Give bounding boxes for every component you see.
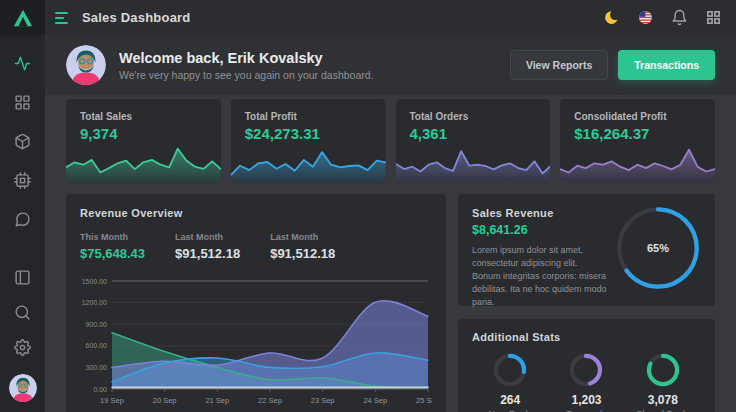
profile-avatar[interactable] (9, 374, 37, 402)
cpu-icon[interactable] (14, 172, 31, 189)
svg-text:20 Sep: 20 Sep (153, 396, 177, 405)
total-profit-sparkline (231, 143, 386, 183)
svg-text:1500.00: 1500.00 (82, 278, 107, 285)
menu-toggle-icon[interactable] (55, 12, 69, 24)
sales-dashboard-app: Sales Dashboard Welcome back, Erik Koval… (0, 0, 736, 412)
proposals-donut-chart (569, 353, 603, 387)
svg-text:0.00: 0.00 (93, 386, 107, 393)
welcome-heading: Welcome back, Erik Kovalsky (119, 50, 374, 66)
settings-gear-icon[interactable] (14, 339, 31, 356)
revenue-overview-title: Revenue Overview (80, 207, 432, 219)
revenue-stats: This Month $75,648.43 Last Month $91,512… (80, 232, 432, 261)
header-icons (603, 9, 722, 26)
main-content: Total Sales 9,374 Total Profit $24,273.3… (45, 95, 736, 412)
box-icon[interactable] (14, 133, 31, 150)
stat-card-label: Total Orders (410, 111, 551, 122)
app-logo[interactable] (0, 0, 45, 35)
svg-text:24 Sep: 24 Sep (363, 396, 387, 405)
panels-row: Revenue Overview This Month $75,648.43 L… (66, 194, 715, 412)
page-title: Sales Dashboard (82, 10, 191, 25)
welcome-text: Welcome back, Erik Kovalsky We're very h… (119, 50, 374, 81)
stat-card-consolidated-profit: Consolidated Profit $16,264.37 (560, 99, 715, 183)
sales-revenue-description: Lorem ipsum dolor sit amet, consectetur … (472, 244, 607, 309)
consolidated-profit-sparkline (560, 143, 715, 183)
stat-cards-row: Total Sales 9,374 Total Profit $24,273.3… (66, 99, 715, 183)
search-icon[interactable] (14, 304, 31, 321)
svg-text:21 Sep: 21 Sep (205, 396, 229, 405)
chat-icon[interactable] (14, 211, 31, 228)
sidebar-nav (14, 55, 31, 228)
total-orders-sparkline (396, 143, 551, 183)
stat-card-total-orders: Total Orders 4,361 (396, 99, 551, 183)
stat-card-value: 4,361 (410, 125, 551, 142)
dark-mode-moon-icon[interactable] (603, 9, 620, 26)
sales-revenue-percent: 65% (615, 205, 701, 291)
activity-icon[interactable] (14, 55, 31, 72)
user-avatar (66, 45, 106, 85)
notifications-bell-icon[interactable] (671, 9, 688, 26)
svg-text:1200.00: 1200.00 (82, 299, 107, 306)
svg-text:300.00: 300.00 (86, 364, 108, 371)
revenue-stat-last-month-2: Last Month $91,512.18 (270, 232, 335, 261)
svg-text:25 Sep: 25 Sep (416, 396, 432, 405)
stat-proposals: 1,203 Proposals (551, 353, 621, 412)
stat-card-value: $24,273.31 (245, 125, 386, 142)
sales-revenue-value: $8,641.26 (472, 223, 607, 237)
stat-card-label: Total Sales (80, 111, 221, 122)
sales-revenue-info: Sales Revenue $8,641.26 Lorem ipsum dolo… (472, 207, 615, 293)
svg-text:600.00: 600.00 (86, 342, 108, 349)
stat-card-total-sales: Total Sales 9,374 (66, 99, 221, 183)
stat-new-deals: 264 New Deals (475, 353, 545, 412)
revenue-overview-panel: Revenue Overview This Month $75,648.43 L… (66, 194, 446, 412)
new-deals-donut-chart (493, 353, 527, 387)
welcome-actions: View Reports Transactions (510, 50, 715, 80)
apps-grid-icon[interactable] (705, 9, 722, 26)
sidebar-bottom (9, 269, 37, 412)
sidebar (0, 0, 45, 412)
revenue-overview-chart: 0.00300.00600.00900.001200.001500.0019 S… (80, 269, 432, 412)
revenue-stat-this-month: This Month $75,648.43 (80, 232, 145, 261)
stat-card-label: Total Profit (245, 111, 386, 122)
dashboard-grid-icon[interactable] (14, 94, 31, 111)
svg-text:22 Sep: 22 Sep (258, 396, 282, 405)
svg-text:23 Sep: 23 Sep (311, 396, 335, 405)
view-reports-button[interactable]: View Reports (510, 50, 608, 80)
stat-closed-deals: 3,078 Closed Deals (628, 353, 698, 412)
stat-card-value: $16,264.37 (574, 125, 715, 142)
additional-stats-panel: Additional Stats 264 New Deals 1,203 Pro… (458, 319, 715, 412)
additional-stats-title: Additional Stats (472, 331, 701, 343)
right-column: Sales Revenue $8,641.26 Lorem ipsum dolo… (458, 194, 715, 412)
top-header: Sales Dashboard (45, 0, 736, 35)
revenue-stat-last-month-1: Last Month $91,512.18 (175, 232, 240, 261)
sales-revenue-title: Sales Revenue (472, 207, 607, 219)
sales-revenue-donut: 65% (615, 205, 701, 291)
welcome-subheading: We're very happy to see you again on you… (119, 69, 374, 81)
welcome-banner: Welcome back, Erik Kovalsky We're very h… (45, 35, 736, 95)
closed-deals-donut-chart (646, 353, 680, 387)
svg-text:19 Sep: 19 Sep (100, 396, 124, 405)
logo-triangle-icon (12, 7, 34, 29)
pages-icon[interactable] (14, 269, 31, 286)
svg-text:900.00: 900.00 (86, 321, 108, 328)
additional-stats-row: 264 New Deals 1,203 Proposals 3,078 Clos… (472, 353, 701, 412)
stat-card-total-profit: Total Profit $24,273.31 (231, 99, 386, 183)
total-sales-sparkline (66, 143, 221, 183)
transactions-button[interactable]: Transactions (618, 50, 715, 80)
sales-revenue-panel: Sales Revenue $8,641.26 Lorem ipsum dolo… (458, 194, 715, 306)
us-flag-icon[interactable] (637, 9, 654, 26)
stat-card-value: 9,374 (80, 125, 221, 142)
stat-card-label: Consolidated Profit (574, 111, 715, 122)
